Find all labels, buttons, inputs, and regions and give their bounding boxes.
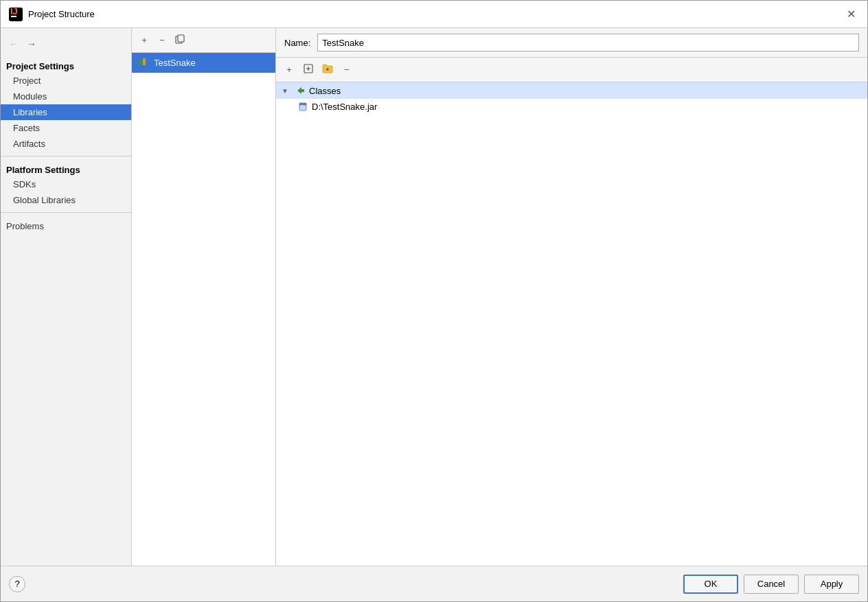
apply-button[interactable]: Apply (804, 575, 859, 594)
add-folder-button[interactable] (319, 61, 336, 79)
title-bar-text: Project Structure (28, 9, 843, 19)
title-bar: IJ Project Structure ✕ (1, 1, 867, 28)
add-path-button[interactable]: + (280, 61, 298, 79)
library-icon (139, 56, 150, 69)
remove-library-button[interactable]: − (154, 32, 170, 49)
svg-marker-13 (297, 87, 304, 94)
library-name: TestSnake (154, 58, 196, 68)
add-path-icon: + (286, 65, 292, 75)
svg-rect-16 (301, 105, 305, 106)
close-button[interactable]: ✕ (843, 6, 859, 23)
main-content: ← → Project Settings Project Modules Lib… (1, 28, 867, 566)
svg-text:IJ: IJ (10, 8, 18, 16)
sidebar-item-facets[interactable]: Facets (1, 120, 131, 136)
library-toolbar: + − (132, 28, 275, 53)
tree-classes-label: Classes (309, 86, 341, 96)
svg-rect-6 (143, 58, 146, 65)
sidebar: ← → Project Settings Project Modules Lib… (1, 28, 132, 566)
sidebar-item-project[interactable]: Project (1, 73, 131, 89)
add-jar-button[interactable] (299, 61, 317, 79)
sidebar-item-libraries[interactable]: Libraries (1, 104, 131, 120)
sidebar-item-artifacts[interactable]: Artifacts (1, 136, 131, 152)
add-icon: + (141, 35, 147, 45)
tree-expand-icon[interactable]: ▼ (282, 87, 293, 95)
library-list-item[interactable]: TestSnake (132, 53, 275, 73)
add-jar-icon (303, 63, 314, 76)
detail-panel: Name: + (276, 28, 867, 566)
platform-settings-header: Platform Settings (1, 161, 131, 176)
name-label: Name: (284, 38, 310, 48)
sidebar-nav-bar: ← → (1, 34, 131, 57)
copy-icon (174, 34, 185, 47)
project-settings-header: Project Settings (1, 57, 131, 73)
copy-library-button[interactable] (172, 32, 188, 49)
help-button[interactable]: ? (9, 576, 25, 592)
sidebar-item-problems[interactable]: Problems (1, 217, 131, 235)
library-list-panel: + − (132, 28, 276, 566)
sidebar-divider (1, 156, 131, 157)
cancel-button[interactable]: Cancel (744, 575, 799, 594)
nav-forward-button[interactable]: → (24, 36, 39, 51)
remove-path-icon: − (344, 65, 350, 75)
sidebar-divider-2 (1, 212, 131, 213)
sidebar-item-modules[interactable]: Modules (1, 89, 131, 104)
tree-classes-row[interactable]: ▼ Classes (276, 82, 867, 99)
remove-path-button[interactable]: − (338, 61, 356, 79)
tree-jar-row[interactable]: D:\TestSnake.jar (276, 99, 867, 114)
project-structure-dialog: IJ Project Structure ✕ ← → Project Setti… (0, 0, 868, 602)
name-input[interactable] (317, 34, 859, 51)
name-bar: Name: (276, 28, 867, 58)
bottom-bar: ? OK Cancel Apply (1, 566, 867, 601)
add-library-button[interactable]: + (136, 32, 152, 49)
sidebar-item-sdks[interactable]: SDKs (1, 176, 131, 192)
app-icon: IJ (9, 8, 23, 21)
classes-icon (295, 85, 306, 96)
library-list: TestSnake (132, 53, 275, 566)
tree-jar-label: D:\TestSnake.jar (312, 102, 377, 112)
ok-button[interactable]: OK (683, 575, 738, 594)
add-folder-icon (322, 63, 333, 76)
sidebar-item-global-libraries[interactable]: Global Libraries (1, 192, 131, 208)
nav-back-button[interactable]: ← (6, 36, 21, 51)
detail-content: ▼ Classes (276, 82, 867, 566)
svg-rect-4 (178, 35, 184, 42)
remove-icon: − (159, 35, 165, 45)
svg-rect-5 (139, 58, 142, 65)
svg-rect-7 (146, 58, 149, 65)
help-icon: ? (14, 579, 19, 589)
detail-toolbar: + (276, 58, 867, 82)
jar-icon (298, 101, 309, 112)
